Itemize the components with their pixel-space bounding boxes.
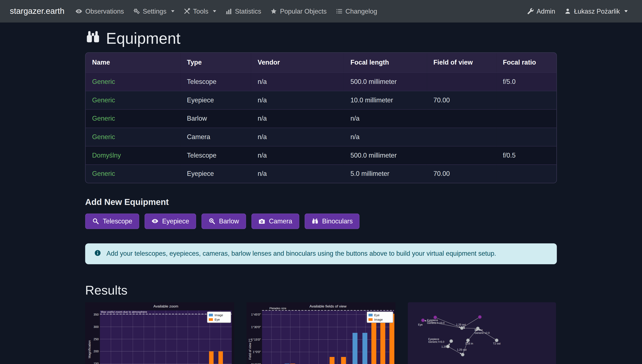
magnifier-plus-icon [208,218,215,225]
nav-item-admin[interactable]: Admin [522,4,560,18]
graph-node[interactable] [421,318,425,322]
graph-node[interactable] [495,338,498,342]
equipment-row: GenericBarlown/an/a [86,109,556,128]
svg-text:Image: Image [374,318,383,321]
cell-vendor: n/a [251,91,344,109]
nav-item-label: Changelog [346,8,377,15]
svg-text:150: 150 [94,362,99,364]
svg-text:Magnification: Magnification [88,340,91,358]
svg-text:1°45'0": 1°45'0" [251,312,261,316]
svg-text:1.25 out: 1.25 out [457,348,467,351]
cell-focal_length: 10.0 millimeter [344,91,427,109]
svg-text:Eyepiece: Eyepiece [428,338,439,340]
add-new-equipment-heading: Add New Equipment [85,197,557,207]
add-barlow-button[interactable]: Barlow [201,213,246,229]
column-header-field-of-view: Field of view [427,53,496,72]
wrench-icon [527,8,534,15]
nav-item-label: Settings [143,8,166,15]
navbar-right: AdminŁukasz Pożarlik [522,4,632,18]
binoculars-icon [85,29,101,48]
brand[interactable]: stargazer.earth [10,6,64,16]
eye-icon [76,8,83,15]
equipment-name-link[interactable]: Generic [92,96,115,104]
svg-text:Eye: Eye [374,313,380,317]
nav-item-label: Statistics [235,8,261,15]
equipment-name-link[interactable]: Domyślny [92,152,121,159]
cell-name: Domyślny [86,146,180,164]
nav-item-tools[interactable]: Tools [179,4,221,18]
table-body: GenericTelescopen/a500.0 millimeterf/5.0… [86,72,556,183]
caret-down-icon [213,10,216,12]
cell-focal_ratio: f/0.5 [496,146,556,164]
nav-item-popular-objects[interactable]: Popular Objects [266,4,331,18]
cell-focal_ratio [496,164,556,183]
binoculars-icon [311,218,318,225]
graph-node[interactable] [450,339,453,342]
gears-icon [133,8,140,15]
equipment-name-link[interactable]: Generic [92,78,115,85]
nav-item-observations[interactable]: Observations [71,4,128,18]
add-binoculars-button[interactable]: Binoculars [304,213,360,229]
nav-item-user-menu[interactable]: Łukasz Pożarlik [560,4,632,18]
nav-item-settings[interactable]: Settings [128,4,179,18]
graph-node[interactable] [460,326,463,330]
nav-item-label: Tools [193,8,208,15]
svg-text:Pleiades size: Pleiades size [269,306,286,310]
add-telescope-button[interactable]: Telescope [85,213,139,229]
column-header-focal-length: Focal length [344,53,427,72]
column-header-vendor: Vendor [251,53,344,72]
equipment-name-link[interactable]: Generic [92,170,115,177]
cell-name: Generic [86,72,180,91]
svg-text:T2 out: T2 out [493,342,501,345]
button-label: Camera [269,218,292,225]
cell-vendor: n/a [251,164,344,183]
app-window: stargazer.earth ObservationsSettingsTool… [0,0,642,364]
caret-down-icon [624,10,627,12]
equipment-table: NameTypeVendorFocal lengthField of viewF… [85,52,557,183]
nav-item-label: Admin [537,8,555,15]
cell-focal_length: n/a [344,128,427,146]
star-icon [270,8,277,15]
add-eyepiece-button[interactable]: Eyepiece [145,213,196,229]
equipment-name-link[interactable]: Generic [92,133,115,140]
nav-item-statistics[interactable]: Statistics [221,4,266,18]
svg-text:250: 250 [94,337,99,341]
graph-node[interactable] [478,315,481,318]
cell-focal_ratio: f/5.0 [496,72,556,91]
svg-text:1.25 in: 1.25 in [441,345,449,348]
chart-panel-2: 1°45'0"1°30'0"1°15'0"1°0'0"0°45'0"Pleiad… [246,302,395,364]
cell-field_of_view [427,146,496,164]
chart-available-zoom: 350300250200150Max useful zoom due to at… [85,302,234,364]
nav-item-label: Łukasz Pożarlik [574,8,620,15]
page-title-text: Equipment [106,30,180,47]
graph-node[interactable] [461,353,464,356]
button-label: Telescope [103,218,132,225]
graph-node[interactable] [466,338,470,342]
cell-type: Barlow [180,109,251,128]
svg-text:1°15'0": 1°15'0" [251,338,261,341]
main-content: Equipment NameTypeVendorFocal lengthFiel… [85,22,557,364]
svg-text:Barlow: Barlow [474,328,483,331]
nav-item-changelog[interactable]: Changelog [331,4,382,18]
info-alert: Add your telescopes, eyepieces, cameras,… [85,243,557,264]
svg-text:Max useful zoom due to atmosph: Max useful zoom due to atmosphere [101,310,147,313]
chart-panel-1: 350300250200150Max useful zoom due to at… [85,302,234,364]
cell-field_of_view [427,128,496,146]
equipment-row: GenericCameran/an/a [86,128,556,146]
cell-focal_ratio [496,91,556,109]
svg-text:1°0'0": 1°0'0" [253,350,261,354]
cell-focal_length: 500.0 millimeter [344,146,427,164]
magnifier-icon [92,218,99,225]
nav-item-label: Observations [85,8,124,15]
cell-vendor: n/a [251,109,344,128]
cell-name: Generic [86,128,180,146]
camera-icon [258,218,265,225]
equipment-row: GenericTelescopen/a500.0 millimeterf/5.0 [86,72,556,91]
svg-text:Eyepiece: Eyepiece [427,318,438,322]
list-icon [336,8,343,15]
add-camera-button[interactable]: Camera [251,213,299,229]
binoculars-icon [85,29,101,44]
chart-panel-3: EyeEyepieceGeneric f=10.01.25 outBarlowG… [408,302,556,364]
equipment-name-link[interactable]: Generic [92,115,115,122]
column-header-name: Name [86,53,180,72]
